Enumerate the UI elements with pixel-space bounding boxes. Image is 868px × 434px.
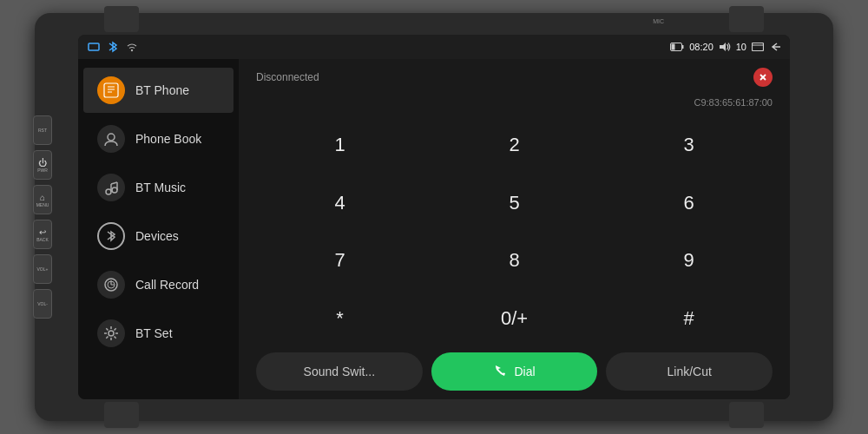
back-label: BACK: [36, 237, 49, 242]
bracket-tr: [729, 6, 764, 32]
window-icon: [752, 43, 764, 51]
bracket-br: [729, 402, 764, 428]
vol-down-label: VOL-: [37, 301, 48, 306]
nav-item-devices[interactable]: Devices: [83, 214, 233, 259]
delete-button[interactable]: [753, 68, 773, 87]
dial-key-1[interactable]: 1: [256, 120, 424, 171]
bt-music-label: BT Music: [135, 181, 186, 194]
nav-item-call-record[interactable]: Call Record: [83, 262, 233, 307]
volume-icon: [719, 42, 731, 52]
mic-label: MIC: [653, 18, 664, 24]
bluetooth-icon: [106, 40, 120, 54]
call-record-label: Call Record: [135, 278, 199, 292]
bt-phone-icon: [97, 76, 125, 104]
pwr-label: PWR: [37, 168, 48, 173]
screen: 08:20 10: [78, 35, 790, 399]
svg-point-1: [131, 49, 133, 51]
dial-key-9[interactable]: 9: [605, 235, 773, 286]
dial-key-4[interactable]: 4: [256, 178, 424, 229]
phone-book-label: Phone Book: [135, 132, 201, 146]
dial-display-row: C9:83:65:61:87:00: [256, 94, 773, 111]
connection-status: Disconnected: [256, 71, 319, 83]
bt-set-label: BT Set: [135, 326, 173, 340]
menu-label: MENU: [36, 202, 49, 207]
dial-status-row: Disconnected: [256, 68, 773, 87]
status-bar: 08:20 10: [78, 35, 790, 59]
nav-sidebar: BT Phone Phone Book: [78, 59, 239, 399]
phone-icon: [493, 365, 507, 378]
svg-rect-8: [104, 83, 118, 97]
dial-panel: Disconnected C9:83:65:61:87:00: [239, 59, 790, 399]
menu-icon: ⌂: [40, 193, 45, 202]
dial-key-6[interactable]: 6: [605, 178, 773, 229]
sound-switch-button[interactable]: Sound Swit...: [256, 352, 423, 391]
back-arrow-icon: [769, 42, 781, 52]
dial-label: Dial: [514, 365, 535, 378]
svg-point-14: [112, 187, 117, 193]
devices-icon: [97, 222, 125, 250]
bt-phone-label: BT Phone: [135, 83, 189, 97]
main-content: BT Phone Phone Book: [78, 59, 790, 399]
vol-up-label: VOL+: [37, 266, 49, 272]
dial-key-0[interactable]: 0/+: [431, 293, 598, 345]
dial-button[interactable]: Dial: [431, 352, 598, 391]
dial-key-hash[interactable]: #: [605, 293, 773, 345]
nav-item-bt-set[interactable]: BT Set: [83, 311, 233, 356]
dialpad: 1 2 3 4 5 6 7 8 9 * 0/+ #: [256, 120, 773, 344]
dial-key-2[interactable]: 2: [431, 120, 598, 171]
dial-actions: Sound Swit... Dial Link/Cut: [256, 352, 773, 391]
notification-icon: [87, 40, 101, 54]
back-button[interactable]: ↩ BACK: [33, 220, 52, 249]
nav-item-bt-phone[interactable]: BT Phone: [83, 68, 233, 113]
rst-label: RST: [38, 128, 47, 133]
side-buttons: RST ⏻ PWR ⌂ MENU ↩ BACK VOL+ VOL-: [33, 115, 52, 319]
back-icon: ↩: [39, 227, 46, 237]
call-record-icon: [97, 271, 125, 299]
wifi-icon: [125, 40, 139, 54]
menu-button[interactable]: ⌂ MENU: [33, 185, 52, 214]
time-display: 08:20: [689, 42, 713, 52]
dial-key-5[interactable]: 5: [431, 178, 598, 229]
rst-button[interactable]: RST: [33, 115, 52, 145]
svg-rect-0: [89, 43, 99, 50]
svg-rect-4: [672, 44, 675, 50]
devices-label: Devices: [135, 229, 179, 243]
bt-set-icon: [97, 319, 125, 347]
sound-switch-label: Sound Swit...: [304, 365, 376, 378]
status-right: 08:20 10: [670, 42, 781, 52]
link-cut-label: Link/Cut: [667, 365, 712, 378]
bracket-bl: [104, 402, 139, 428]
svg-line-16: [111, 182, 117, 184]
dial-key-7[interactable]: 7: [256, 235, 424, 286]
mac-address: C9:83:65:61:87:00: [694, 97, 773, 108]
svg-point-22: [108, 331, 114, 336]
svg-point-13: [106, 189, 111, 194]
car-unit: MIC RST ⏻ PWR ⌂ MENU ↩ BACK VOL+ VOL-: [35, 13, 833, 421]
nav-item-phone-book[interactable]: Phone Book: [83, 116, 233, 161]
phone-book-icon: [97, 125, 125, 153]
dial-key-star[interactable]: *: [256, 293, 424, 345]
dial-key-8[interactable]: 8: [431, 235, 598, 286]
vol-down-button[interactable]: VOL-: [33, 289, 52, 319]
pwr-icon: ⏻: [38, 158, 47, 168]
bt-music-icon: [97, 174, 125, 201]
pwr-button[interactable]: ⏻ PWR: [33, 150, 52, 180]
vol-up-button[interactable]: VOL+: [33, 254, 52, 284]
status-left: [87, 40, 139, 54]
svg-marker-5: [720, 43, 726, 51]
dial-key-3[interactable]: 3: [605, 120, 773, 171]
nav-item-bt-music[interactable]: BT Music: [83, 165, 233, 210]
svg-rect-6: [753, 43, 764, 51]
svg-rect-3: [682, 45, 684, 49]
svg-point-12: [108, 134, 115, 141]
bracket-tl: [104, 6, 139, 32]
link-cut-button[interactable]: Link/Cut: [606, 352, 773, 391]
battery-level: 10: [736, 42, 746, 52]
battery-icon: [670, 43, 684, 51]
